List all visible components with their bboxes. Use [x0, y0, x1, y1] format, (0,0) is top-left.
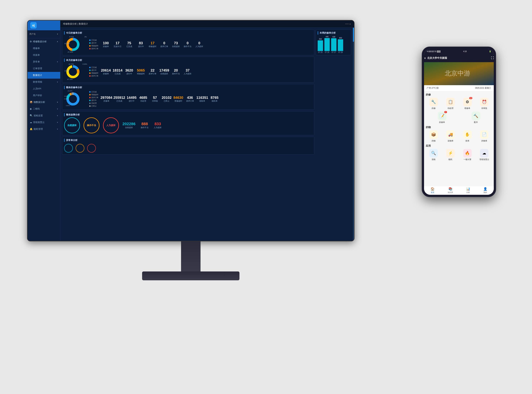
sidebar-item-asset-analysis[interactable]: 📦 物数据分析 ∨: [28, 99, 60, 106]
nav-knowledge[interactable]: 📚 知识库: [448, 187, 453, 194]
stat-ov-patrol: 116351 巡检单: [196, 95, 208, 102]
stat-label: 已完成: [112, 73, 123, 75]
stat-label: 已完成: [113, 100, 125, 102]
logo-icon: aj: [30, 22, 37, 29]
phone-icon-grab[interactable]: ✋ 抢单: [460, 130, 475, 142]
legend-dot: [89, 40, 91, 41]
stat-today-done: 17 完成今日: [112, 41, 123, 48]
sidebar-item-abnormal[interactable]: 异常单 ∨: [28, 58, 60, 65]
phone-icon-parts[interactable]: 🔨 配件: [460, 112, 492, 124]
scroll-thumb[interactable]: [353, 28, 354, 42]
stat-ov-stopped: 20102 已终止: [161, 95, 172, 102]
stat-value: 255912: [113, 95, 125, 100]
phone-screen: 中国联通 5G ▌▌▌ 4:18 🔋 ∨ 北京大学中关新园 ⛶: [424, 49, 494, 195]
asset-label: 的物: [432, 140, 435, 142]
stat-value: 17: [147, 41, 158, 45]
legend-stopped: 已终止: [89, 105, 98, 107]
qr-icon: ◉: [30, 108, 32, 110]
main-content: 维修数据分析 | 数量统计 ━━━ ►: [60, 21, 354, 241]
patrol-icon: 🔍: [431, 151, 436, 156]
sidebar-item-pipeline[interactable]: ☁ 管线智慧云 ∨: [28, 119, 60, 126]
sidebar-item-order-mgmt[interactable]: 订单管理: [28, 65, 60, 72]
nav-analysis[interactable]: 📊 分析: [466, 187, 470, 194]
weather-city-temp: 广州 27℃ 阴: [427, 87, 439, 90]
patrol-label: 巡检: [432, 158, 435, 161]
sidebar-item-inspection[interactable]: 🔍 巡检设置 ∨: [28, 112, 60, 119]
fault-name: 人为损坏: [154, 126, 162, 129]
fault-stat-human: 833 人为损坏: [154, 122, 162, 129]
phone-icon-patrol[interactable]: 🔍 巡检: [426, 149, 441, 161]
fault-section: 整体故障分析 自然损坏 操作不当 人为损坏 202286: [62, 111, 314, 135]
sidebar-item-energy[interactable]: 🔔 能耗管理 ∨: [28, 126, 60, 132]
pipeline-label: 管线智慧云: [479, 158, 489, 161]
phone-icon-asset[interactable]: 📦 的物: [426, 130, 441, 142]
stat-ov-energy: 8765 能耗单: [209, 95, 220, 102]
overall-donut: 22.25% 5.29% 0.02% 3.81%: [64, 90, 87, 108]
sidebar-item-label: 待派单: [33, 53, 40, 57]
repair-order-icon: ⚙: [466, 100, 469, 104]
sidebar-item-quantity-stats[interactable]: 数量统计: [28, 72, 60, 79]
topbar: 维修数据分析 | 数量统计 ━━━ ►: [60, 21, 354, 28]
phone-icon-delivery[interactable]: 🚚 送物单: [443, 130, 458, 142]
cloud-icon: ☁: [30, 121, 32, 124]
stat-label: 能耗单: [209, 100, 220, 102]
stat-label: 进行中: [126, 100, 137, 102]
sidebar-item-kpi[interactable]: 人员KPI: [28, 85, 60, 92]
phone-icon-asset-order[interactable]: 📄 的物单: [477, 130, 492, 142]
sidebar-item-label: 巡检设置: [34, 114, 43, 117]
stat-value: 116351: [196, 95, 208, 100]
nav-home[interactable]: 🏠 首页: [431, 187, 435, 194]
donut-label-4: 47.43%: [68, 51, 73, 53]
stat-natural: 73 自然损坏: [171, 41, 181, 48]
sidebar-item-repair-order[interactable]: 维修单: [28, 45, 60, 52]
stat-label: 维修超时: [136, 73, 146, 75]
legend-label: 已终止: [91, 105, 97, 107]
monitor: aj 用户名 ▼ ⚙ 维修数据分析 ∧ 维修单: [27, 20, 363, 303]
stat-ov-overtime: 84630 维修超时: [173, 95, 184, 102]
chevron-down-icon: ▼: [57, 33, 58, 35]
stat-label: 待处理: [138, 100, 149, 102]
month-donut-label-2: 0.04%: [82, 63, 87, 65]
legend-dot: [89, 105, 91, 107]
chevron-icon: ∨: [57, 114, 58, 117]
fault-title: 整体故障分析: [64, 113, 312, 116]
legend-overtime: 维修超时: [89, 93, 98, 96]
battery: 🔋: [489, 51, 491, 52]
sidebar-item-label: 财务明细: [33, 80, 42, 83]
phone-icon-approval[interactable]: ⏰ 待审批: [477, 98, 492, 110]
sidebar-item-user-review[interactable]: 用户评价: [28, 92, 60, 99]
phone-icon-pending[interactable]: 📋 待处理: [443, 98, 458, 110]
phone-icon-fire-alarm[interactable]: 🔥 一键火警: [460, 149, 475, 161]
phone-icon-energy[interactable]: ⚡ 能耗: [443, 149, 458, 161]
legend-inprogress: 进行中: [89, 69, 98, 72]
stat-month-inprog: 3620 进行中: [124, 68, 134, 75]
phone-icon-repair-order[interactable]: ⚙ 54 维修单: [460, 98, 475, 110]
sidebar-item-label: 维修单: [33, 47, 40, 50]
phone-icon-repair[interactable]: 🔧 的修: [426, 98, 441, 110]
phone-icon-pipeline[interactable]: ☁ 管线智慧云: [477, 149, 492, 161]
sidebar-item-qrcode[interactable]: ◉ 二维码 ∨: [28, 106, 60, 112]
phone-icon-repair-list[interactable]: 📝 7 的修单: [426, 112, 458, 124]
today-section: 今日的修单分析: [62, 29, 314, 55]
stat-month-natural: 17459 自然损坏: [159, 68, 169, 75]
topbar-action[interactable]: ━━━ ►: [345, 23, 351, 25]
stat-inprogress: 83 进行中: [136, 41, 146, 48]
legend-label: 待处理: [91, 102, 97, 104]
stat-value: 75: [124, 41, 134, 45]
nav-profile[interactable]: 👤 我的: [483, 187, 487, 194]
stat-value: 22: [147, 68, 158, 73]
parts-icon-bg: 🔨: [472, 112, 480, 120]
sidebar-item-pending[interactable]: 待派单: [28, 52, 60, 58]
sidebar-item-repair-analysis[interactable]: ⚙ 维修数据分析 ∧: [28, 38, 60, 45]
repair-order-badge: 54: [469, 97, 472, 99]
month-stats-row: 16.74% 0.04% 13.4% 67.78%: [64, 63, 312, 81]
legend-dot: [89, 94, 91, 95]
legend-overtime: 维修超时: [89, 45, 98, 47]
scrollbar[interactable]: [353, 28, 354, 241]
sidebar-item-finance[interactable]: 财务明细 ∨: [28, 79, 60, 85]
legend-label: 已完成: [91, 39, 97, 41]
bar-label: 07.25: [318, 51, 322, 53]
legend-label: 维修超时: [91, 45, 98, 47]
overall-title: 整体的修单分析: [64, 86, 312, 89]
weather-date: 09月22日 星期三: [475, 87, 491, 90]
